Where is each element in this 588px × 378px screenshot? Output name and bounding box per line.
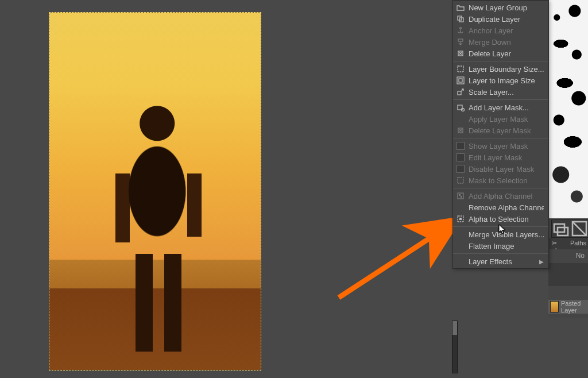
menu-delete-layer-mask: Delete Layer Mask (453, 125, 548, 136)
blank-icon (457, 115, 465, 123)
svg-rect-12 (458, 91, 461, 95)
menu-label: Show Layer Mask (469, 142, 544, 151)
menu-label: Merge Down (469, 38, 544, 47)
menu-separator (453, 99, 548, 100)
selection-icon (457, 176, 465, 184)
menu-label: Layer to Image Size (469, 76, 544, 85)
menu-alpha-to-selection[interactable]: Alpha to Selection (453, 213, 548, 225)
svg-rect-16 (458, 178, 463, 183)
menu-delete-layer[interactable]: Delete Layer (453, 48, 548, 59)
menu-mask-to-selection: Mask to Selection (453, 175, 548, 186)
menu-anchor-layer: Anchor Layer (453, 25, 548, 36)
svg-rect-9 (458, 66, 463, 72)
annotation-arrow (333, 211, 465, 303)
delete-icon (457, 49, 465, 57)
menu-separator (453, 138, 548, 138)
menu-edit-layer-mask: Edit Layer Mask (453, 152, 548, 163)
menu-layer-boundary-size[interactable]: Layer Boundary Size... (453, 63, 548, 75)
menu-label: Anchor Layer (469, 26, 544, 35)
panel-tab-icons[interactable] (551, 219, 588, 238)
panel-tabs[interactable]: ✂ ls Paths (548, 238, 588, 249)
layer-row-pasted[interactable]: Pasted Layer (548, 300, 588, 314)
menu-layer-to-image-size[interactable]: Layer to Image Size (453, 75, 548, 86)
blend-mode-row[interactable]: No (548, 249, 588, 263)
alpha-select-icon (457, 215, 465, 223)
menu-duplicate-layer[interactable]: Duplicate Layer (453, 13, 548, 25)
layer-thumbnail (550, 301, 559, 313)
svg-rect-10 (457, 77, 464, 84)
menu-label: Add Layer Mask... (469, 103, 544, 112)
menu-label: Mask to Selection (469, 176, 544, 185)
svg-rect-19 (461, 196, 462, 198)
channels-tab-icon[interactable] (570, 220, 588, 237)
menu-add-layer-mask[interactable]: Add Layer Mask... (453, 102, 548, 113)
svg-rect-11 (459, 79, 462, 82)
menu-label: Alpha to Selection (469, 215, 544, 223)
mask-add-icon (457, 103, 465, 111)
scrollbar-handle[interactable] (452, 321, 457, 335)
menu-merge-down: Merge Down (453, 36, 548, 48)
menu-label: Disable Layer Mask (469, 165, 544, 173)
folder-icon (457, 3, 465, 11)
menu-new-layer-group[interactable]: New Layer Group (453, 2, 548, 13)
blank-icon (457, 203, 465, 211)
boundary-icon (457, 65, 465, 73)
scale-icon (457, 88, 465, 96)
menu-separator (453, 253, 548, 254)
menu-scale-layer[interactable]: Scale Layer... (453, 86, 548, 98)
menu-label: Layer Boundary Size... (469, 65, 544, 74)
menu-separator (453, 188, 548, 188)
menu-label: Scale Layer... (469, 88, 544, 97)
alpha-add-icon (457, 192, 465, 200)
svg-rect-21 (459, 218, 462, 220)
menu-label: Layer Effects (469, 257, 535, 266)
anchor-icon (457, 26, 465, 34)
canvas-image[interactable] (49, 13, 261, 370)
blank-icon (457, 257, 465, 265)
svg-rect-18 (459, 194, 461, 196)
menu-disable-layer-mask: Disable Layer Mask (453, 163, 548, 175)
merge-down-icon (457, 38, 465, 46)
layers-tab-icon[interactable] (552, 220, 570, 237)
brushes-panel (548, 0, 588, 218)
blank-icon (457, 242, 465, 250)
menu-label: Add Alpha Channel (469, 192, 544, 200)
blank-icon (457, 230, 465, 238)
checkbox-icon (457, 165, 465, 173)
submenu-arrow-icon: ▶ (539, 259, 544, 265)
menu-label: Delete Layer Mask (469, 126, 544, 135)
tab-paths[interactable]: Paths (567, 238, 588, 249)
menu-show-layer-mask: Show Layer Mask (453, 140, 548, 152)
menu-label: Edit Layer Mask (469, 153, 544, 162)
layer-name: Pasted Layer (561, 300, 588, 314)
menu-label: Apply Layer Mask (469, 115, 544, 124)
checkbox-icon (457, 142, 465, 150)
duplicate-icon (457, 15, 465, 23)
fit-icon (457, 76, 465, 84)
tab-ls[interactable]: ✂ ls (548, 238, 567, 249)
opacity-row[interactable] (548, 263, 588, 286)
menu-flatten-image[interactable]: Flatten Image (453, 240, 548, 252)
menu-add-alpha-channel: Add Alpha Channel (453, 190, 548, 202)
menu-label: New Layer Group (469, 3, 544, 12)
menu-remove-alpha-channel[interactable]: Remove Alpha Channel (453, 202, 548, 213)
menu-label: Remove Alpha Channel (469, 203, 544, 212)
svg-rect-7 (458, 39, 463, 41)
menu-layer-effects[interactable]: Layer Effects ▶ (453, 256, 548, 267)
menu-apply-layer-mask: Apply Layer Mask (453, 113, 548, 125)
menu-label: Duplicate Layer (469, 15, 544, 24)
menu-separator (453, 61, 548, 61)
mouse-cursor (498, 224, 506, 234)
menu-label: Delete Layer (469, 49, 544, 58)
checkbox-icon (457, 153, 465, 161)
vertical-scrollbar[interactable] (452, 321, 458, 373)
svg-line-0 (339, 222, 455, 298)
menu-label: Flatten Image (469, 242, 544, 250)
mask-delete-icon (457, 126, 465, 134)
